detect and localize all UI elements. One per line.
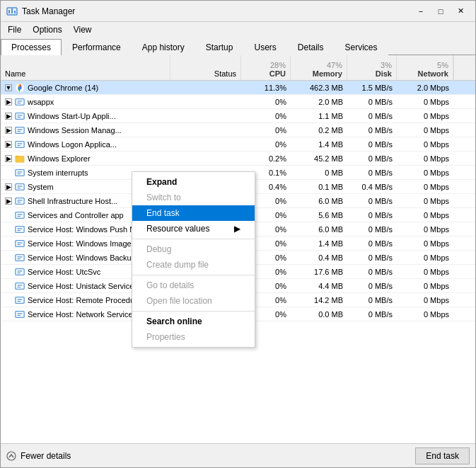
process-disk-cell: 0 MB/s — [347, 224, 397, 234]
svg-rect-27 — [18, 200, 23, 200]
process-cpu-cell: 0% — [241, 125, 291, 135]
title-bar-left: Task Manager — [6, 6, 75, 17]
tab-performance[interactable]: Performance — [62, 39, 132, 55]
svg-rect-17 — [18, 143, 23, 144]
process-name-cell: ▶ Windows Start-Up Appli... — [1, 110, 170, 122]
expand-button[interactable]: ▼ — [5, 84, 12, 91]
expand-button[interactable]: ▶ — [5, 127, 12, 134]
ctx-expand[interactable]: Expand — [132, 174, 255, 190]
svg-rect-47 — [16, 297, 24, 303]
process-disk-cell: 0 MB/s — [347, 111, 397, 121]
tab-services[interactable]: Services — [335, 39, 388, 55]
svg-rect-7 — [16, 98, 24, 105]
tab-app-history[interactable]: App history — [132, 39, 195, 55]
sys-icon — [15, 125, 25, 135]
process-mem-cell: 5.6 MB — [291, 210, 347, 220]
process-mem-cell: 14.2 MB — [291, 295, 347, 305]
svg-rect-35 — [16, 240, 24, 246]
svg-rect-11 — [18, 115, 23, 115]
process-mem-cell: 1.1 MB — [291, 111, 347, 121]
sys-icon — [15, 295, 25, 305]
ctx-search-online[interactable]: Search online — [132, 314, 255, 329]
table-row[interactable]: ▶ Windows Start-Up Appli... 0% 1.1 MB 0 … — [1, 109, 475, 123]
sys-icon — [15, 224, 25, 234]
process-disk-cell: 0 MB/s — [347, 139, 397, 149]
ctx-resource-values[interactable]: Resource values ▶ — [132, 221, 255, 236]
svg-rect-16 — [16, 141, 24, 147]
process-net-cell: 0 Mbps — [397, 239, 453, 249]
svg-rect-15 — [18, 130, 21, 131]
menu-file[interactable]: File — [4, 23, 25, 36]
process-net-cell: 0 Mbps — [397, 267, 453, 277]
ctx-end-task[interactable]: End task — [132, 205, 255, 221]
sys-icon — [15, 309, 25, 319]
menu-view[interactable]: View — [69, 23, 96, 36]
svg-rect-44 — [16, 282, 24, 289]
col-disk[interactable]: 3% Disk — [347, 55, 397, 80]
expand-button[interactable]: ▶ — [5, 155, 12, 162]
sys-icon — [15, 168, 25, 178]
table-row[interactable]: ▼ Google Chrome (14) 11.3% 462.3 MB 1 — [1, 81, 475, 95]
process-net-cell: 0 Mbps — [397, 168, 453, 178]
process-net-cell: 0 Mbps — [397, 295, 453, 305]
process-name-cell: ▶ Windows Explorer — [1, 153, 170, 164]
svg-rect-37 — [18, 244, 21, 244]
tab-processes[interactable]: Processes — [1, 39, 62, 55]
process-cpu-cell: 0% — [241, 97, 291, 107]
sys-icon — [15, 196, 25, 206]
tab-startup[interactable]: Startup — [195, 39, 244, 55]
table-row[interactable]: ▶ Windows Logon Applica... 0% 1.4 MB 0 M… — [1, 137, 475, 152]
col-network[interactable]: 5% Network — [397, 55, 453, 80]
svg-rect-43 — [18, 272, 21, 273]
table-row[interactable]: ▶ wsappx 0% 2.0 MB 0 MB/s 0 Mbps — [1, 95, 475, 109]
process-net-cell: 0 Mbps — [397, 154, 453, 164]
minimize-button[interactable]: − — [412, 4, 430, 18]
table-row[interactable]: ▶ Windows Session Manag... 0% 0.2 MB 0 M… — [1, 123, 475, 137]
svg-rect-29 — [16, 212, 24, 218]
svg-rect-20 — [16, 169, 24, 176]
process-mem-cell: 1.4 MB — [291, 239, 347, 249]
process-mem-cell: 45.2 MB — [291, 154, 347, 164]
expand-button[interactable]: ▶ — [5, 183, 12, 190]
process-disk-cell: 0 MB/s — [347, 168, 397, 178]
process-name-cell: ▶ wsappx — [1, 96, 170, 108]
svg-rect-33 — [18, 228, 23, 229]
status-bar: Fewer details End task — [1, 443, 475, 467]
col-memory[interactable]: 47% Memory — [291, 55, 347, 80]
svg-rect-8 — [18, 101, 23, 101]
tab-details[interactable]: Details — [287, 39, 335, 55]
process-name-cell: ▶ Windows Logon Applica... — [1, 139, 170, 150]
process-mem-cell: 0.4 MB — [291, 253, 347, 263]
close-button[interactable]: ✕ — [451, 4, 470, 18]
process-disk-cell: 0 MB/s — [347, 210, 397, 220]
sys-icon — [15, 182, 25, 192]
fewer-details-button[interactable]: Fewer details — [6, 451, 71, 461]
end-task-button[interactable]: End task — [415, 447, 470, 464]
col-cpu[interactable]: 28% CPU — [241, 55, 291, 80]
menu-bar: File Options View — [1, 22, 475, 38]
process-net-cell: 0 Mbps — [397, 125, 453, 135]
process-disk-cell: 0 MB/s — [347, 154, 397, 164]
expand-button[interactable]: ▶ — [5, 98, 12, 105]
process-cpu-cell: 0% — [241, 139, 291, 149]
svg-rect-32 — [16, 226, 24, 232]
col-status[interactable]: Status — [170, 55, 241, 80]
table-row[interactable]: ▶ Windows Explorer 0.2% 45.2 MB 0 MB/s 0… — [1, 152, 475, 166]
svg-rect-3 — [14, 11, 16, 13]
ctx-sep-1 — [132, 239, 255, 239]
expand-button[interactable]: ▶ — [5, 141, 12, 148]
svg-point-6 — [18, 86, 21, 89]
col-name[interactable]: Name — [1, 55, 170, 80]
svg-rect-38 — [16, 254, 24, 261]
process-disk-cell: 1.5 MB/s — [347, 83, 397, 93]
process-mem-cell: 4.4 MB — [291, 281, 347, 291]
svg-rect-49 — [18, 300, 21, 301]
expand-button[interactable]: ▶ — [5, 113, 12, 120]
menu-options[interactable]: Options — [28, 23, 66, 36]
process-disk-cell: 0 MB/s — [347, 196, 397, 206]
sys-icon — [15, 239, 25, 249]
sys-icon — [15, 253, 25, 263]
tab-users[interactable]: Users — [243, 39, 286, 55]
maximize-button[interactable]: □ — [431, 4, 450, 18]
expand-button[interactable]: ▶ — [5, 198, 12, 205]
